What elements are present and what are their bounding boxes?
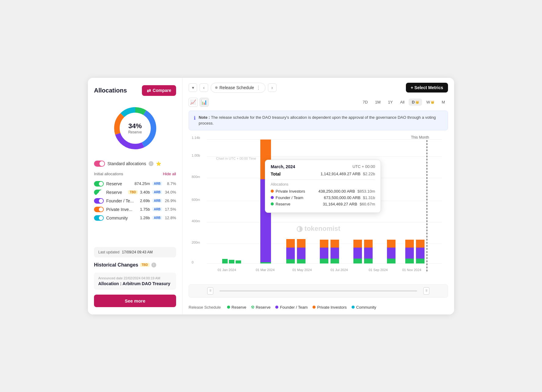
alloc-name-4: Private Inve...: [106, 207, 138, 212]
tooltip-alloc-left-2: Founder / Team: [271, 195, 303, 200]
last-updated-box: Last updated 17/09/24 09:43 AM: [94, 247, 176, 257]
alloc-pct-5: 12.8%: [164, 216, 176, 220]
list-item: Community 1.28b ARB 12.8%: [94, 215, 176, 221]
svg-rect-34: [320, 259, 328, 263]
donut-label: Reserve: [128, 130, 142, 134]
see-more-button[interactable]: See more: [94, 295, 176, 307]
alloc-name-5: Community: [106, 216, 138, 220]
legend-dot-1: [227, 306, 230, 309]
svg-text:1.14b: 1.14b: [192, 136, 200, 140]
hist-tbd-badge: TBD: [140, 263, 150, 267]
svg-rect-48: [405, 248, 414, 259]
arb-badge-2: ARB: [152, 190, 162, 194]
range-slider[interactable]: ⠿ ⠿: [189, 284, 448, 298]
time-m-btn[interactable]: M: [439, 99, 448, 106]
select-metrics-button[interactable]: + Select Metrics: [406, 83, 448, 93]
nav-prev-button[interactable]: ‹: [200, 83, 208, 92]
slider-handle-right[interactable]: ⠿: [423, 287, 429, 295]
tooltip-alloc-name-1: Private Investors: [276, 189, 305, 194]
tab-dot: [215, 86, 218, 89]
tooltip-alloc-row-1: Private Investors 438,250,000.00 ARB $85…: [271, 189, 375, 194]
donut-percent: 34%: [128, 122, 142, 130]
donut-center: 34% Reserve: [128, 122, 142, 134]
top-bar-right: + Select Metrics: [406, 83, 448, 93]
tooltip-date: March, 2024: [271, 164, 295, 169]
svg-rect-52: [416, 259, 425, 263]
time-1m-btn[interactable]: 1M: [372, 99, 384, 106]
main-container: Allocations ⇄ Compare: [88, 78, 454, 314]
alloc-name-1: Reserve: [106, 181, 132, 186]
tooltip-total-row: Total 1,142,914,469.27 ARB $2.22b: [271, 172, 375, 176]
nav-next-button[interactable]: ›: [268, 83, 276, 92]
hist-date-value: 22/02/2024 04:00:19 AM: [124, 276, 160, 280]
compare-button[interactable]: ⇄ Compare: [142, 85, 176, 96]
list-item: Founder / Te... 2.69b ARB 26.9%: [94, 198, 176, 204]
tab-more-icon: ⋮: [256, 85, 261, 91]
slider-handle-left[interactable]: ⠿: [207, 287, 213, 295]
tooltip-dot-2: [271, 196, 274, 199]
tooltip-alloc-left-1: Private Investors: [271, 189, 305, 194]
svg-rect-26: [286, 239, 295, 248]
svg-text:200m: 200m: [192, 241, 200, 244]
legend-label-2: Reserve: [256, 305, 270, 310]
time-d-btn[interactable]: D 👑: [409, 99, 422, 106]
release-schedule-tab[interactable]: Release Schedule ⋮: [211, 83, 266, 93]
allocation-list: Reserve 874.25m ARB 8.7% Reserve TBD 3.4…: [94, 181, 176, 221]
hist-info-icon[interactable]: i: [151, 263, 156, 267]
chart-view-toggles: 📈 📊: [189, 98, 209, 107]
svg-rect-35: [331, 240, 339, 248]
time-7d-btn[interactable]: 7D: [360, 99, 371, 106]
alloc-toggle-3[interactable]: [94, 198, 104, 204]
info-icon[interactable]: i: [149, 161, 154, 166]
svg-rect-36: [331, 248, 339, 259]
note-icon: ℹ: [194, 115, 196, 121]
hide-all-button[interactable]: Hide all: [163, 172, 176, 176]
svg-rect-41: [364, 240, 373, 248]
bar-chart-btn[interactable]: 📊: [200, 98, 209, 107]
legend-label-4: Private Investors: [317, 305, 347, 310]
svg-rect-37: [331, 259, 339, 263]
alloc-toggle-5[interactable]: [94, 215, 104, 221]
svg-rect-21: [229, 260, 234, 263]
alloc-amount-4: 1.75b: [140, 207, 150, 212]
svg-rect-40: [353, 259, 362, 263]
arb-badge-5: ARB: [152, 216, 162, 220]
tooltip-total-usd: $2.22b: [363, 172, 375, 176]
svg-text:1.00b: 1.00b: [192, 154, 200, 157]
alloc-toggle-1[interactable]: [94, 181, 104, 187]
alloc-toggle-4[interactable]: [94, 207, 104, 212]
tooltip-total-label: Total: [271, 172, 280, 176]
legend-dot-5: [352, 306, 355, 309]
last-updated-label: Last updated: [98, 250, 119, 254]
chart-tooltip: March, 2024 UTC + 00:00 Total 1,142,914,…: [265, 160, 381, 213]
donut-chart-container: 34% Reserve: [94, 101, 176, 156]
svg-rect-39: [353, 248, 362, 259]
this-month-line: [427, 140, 427, 271]
alloc-toggle-2[interactable]: [94, 190, 104, 195]
legend-item-2: Reserve: [251, 305, 270, 310]
tooltip-alloc-vals-2: 673,500,000.00 ARB $1.31b: [324, 195, 375, 200]
slider-track: [219, 290, 417, 292]
tooltip-divider: [271, 180, 375, 180]
svg-rect-38: [353, 240, 362, 248]
time-w-btn[interactable]: W 👑: [423, 99, 437, 106]
std-allocations-toggle[interactable]: [94, 161, 105, 167]
svg-rect-32: [320, 240, 328, 248]
svg-text:600m: 600m: [192, 198, 200, 201]
top-bar: ▾ ‹ Release Schedule ⋮ › + Select Metric…: [189, 83, 448, 93]
note-label: Note :: [199, 115, 210, 120]
time-all-btn[interactable]: All: [397, 99, 407, 106]
time-1y-btn[interactable]: 1Y: [385, 99, 396, 106]
legend-area: Release Schedule Reserve Reserve Founder…: [189, 303, 448, 310]
svg-rect-47: [405, 240, 414, 248]
list-item: Private Inve... 1.75b ARB 17.5%: [94, 207, 176, 212]
svg-text:01 Jan 2024: 01 Jan 2024: [218, 268, 236, 272]
line-chart-btn[interactable]: 📈: [189, 98, 198, 107]
alloc-name-2: Reserve: [106, 190, 126, 195]
alloc-amount-3: 2.69b: [140, 198, 150, 203]
dropdown-button[interactable]: ▾: [189, 83, 197, 92]
alloc-pct-2: 34.0%: [164, 190, 176, 194]
alloc-pct-4: 17.5%: [164, 207, 176, 212]
svg-rect-51: [416, 248, 425, 259]
last-updated-value: 17/09/24 09:43 AM: [122, 250, 153, 254]
